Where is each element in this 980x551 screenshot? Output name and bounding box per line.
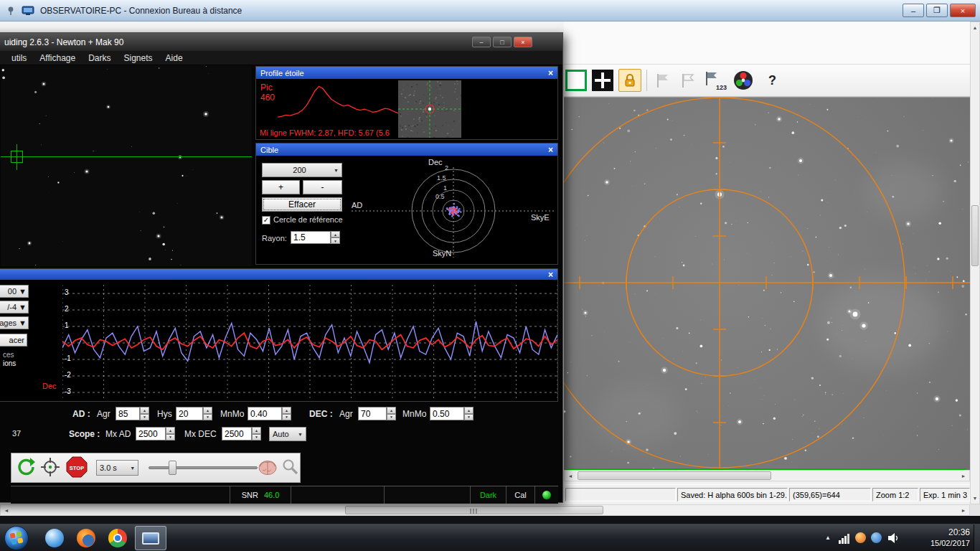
graph-link-a[interactable]: ces	[3, 351, 14, 359]
scroll-right-arrow[interactable]: ►	[958, 471, 969, 481]
hidden-icons-arrow[interactable]: ▲	[822, 532, 834, 544]
dec-minmove-input[interactable]	[430, 407, 464, 420]
flag-icon[interactable]	[652, 70, 672, 90]
menu-outils[interactable]: utils	[5, 53, 33, 63]
firefox-icon[interactable]	[72, 527, 100, 549]
stop-icon[interactable]: STOP	[66, 456, 88, 479]
radius-input[interactable]	[291, 231, 331, 244]
mxad-label: Mx AD	[105, 429, 131, 439]
target-scale-select[interactable]: 200▼	[262, 163, 342, 177]
graph-scale-select[interactable]: 00▼	[0, 285, 29, 298]
ring-label-05: 0.5	[435, 193, 445, 200]
star-profile-panel: Profile étoile × Pic 460 Mi ligne FWHM: …	[255, 66, 558, 140]
max-ad-spinner[interactable]: ▲▼	[166, 427, 175, 441]
notification-icon-orange[interactable]	[855, 532, 866, 543]
show-desktop-button[interactable]	[974, 524, 980, 551]
reference-circle-checkbox[interactable]: ✓	[262, 216, 270, 225]
rdp-scroll-up-arrow[interactable]: ▲	[971, 22, 979, 33]
signal-strength-icon[interactable]	[838, 532, 849, 544]
mnmo-label-ad: MnMo	[220, 409, 244, 419]
target-panel-title: Cible	[260, 146, 278, 154]
ad-minmove-spinner[interactable]: ▲▼	[282, 407, 291, 420]
globe-icon[interactable]	[40, 527, 69, 549]
graph-plot: 3 2 1 -1 -2 -3	[62, 285, 557, 401]
ad-label: AD :	[72, 409, 90, 419]
rdp-scroll-left-arrow[interactable]: ◄	[1, 505, 12, 515]
profile-close-icon[interactable]: ×	[548, 69, 553, 77]
menu-darks[interactable]: Darks	[82, 53, 117, 63]
rdp-scroll-down-arrow[interactable]: ▼	[971, 493, 979, 504]
phd-close-button[interactable]: ×	[514, 37, 532, 47]
scroll-left-arrow[interactable]: ◄	[565, 471, 576, 481]
clock[interactable]: 20:36 15/02/2017	[910, 527, 970, 548]
rdp-vscroll-thumb[interactable]	[971, 205, 979, 266]
stop-label: STOP	[70, 465, 84, 471]
zoom-out-button[interactable]: -	[303, 180, 342, 194]
rdp-scroll-right-arrow[interactable]: ►	[958, 505, 969, 515]
guide-target-icon[interactable]	[40, 457, 60, 479]
rdp-minimize-button[interactable]: –	[903, 4, 924, 17]
ad-aggression-spinner[interactable]: ▲▼	[140, 407, 149, 420]
ring-label-15: 1.5	[437, 174, 446, 182]
menu-affichage[interactable]: Affichage	[33, 53, 82, 63]
max-ad-input[interactable]	[136, 427, 166, 441]
status-saved-segment: Saved: H alpha 600s bin 1-29.	[677, 488, 788, 501]
fwhm-info: Mi ligne FWHM: 2.87, HFD: 5.67 (5.6	[260, 128, 390, 137]
max-dec-spinner[interactable]: ▲▼	[252, 427, 261, 441]
zoom-in-button[interactable]: +	[262, 180, 300, 194]
phd-minimize-button[interactable]: –	[472, 37, 491, 47]
chrome-icon[interactable]	[103, 527, 132, 549]
graph-length-select[interactable]: ages▼	[0, 316, 29, 329]
ad-minmove-input[interactable]	[248, 407, 282, 420]
target-plot	[346, 156, 559, 265]
loop-icon[interactable]	[16, 457, 36, 479]
target-close-icon[interactable]: ×	[548, 146, 553, 154]
axis-label-dec: Dec	[428, 158, 443, 166]
help-icon[interactable]: ?	[768, 73, 776, 88]
history-graph-panel: × 00▼ /-4▼ ages▼ acer ces ions Dec 3 2 1…	[0, 268, 558, 402]
green-frame-icon[interactable]	[565, 70, 587, 91]
start-button[interactable]	[4, 525, 29, 551]
color-wheel-icon[interactable]	[732, 69, 755, 92]
ad-aggression-input[interactable]	[116, 407, 140, 420]
brain-icon[interactable]	[257, 456, 278, 479]
hysteresis-input[interactable]	[176, 407, 203, 420]
rdp-restore-button[interactable]: ❐	[926, 4, 948, 17]
graph-clear-button[interactable]: acer	[0, 334, 27, 347]
dec-aggression-input[interactable]	[358, 407, 387, 420]
rdp-hscrollbar: ◄ ►	[0, 504, 970, 516]
toolbar-separator	[646, 70, 647, 91]
agr-label: Agr	[97, 409, 110, 419]
dec-mode-select[interactable]: Auto▼	[269, 427, 306, 441]
volume-icon[interactable]	[887, 532, 900, 545]
dec-aggression-spinner[interactable]: ▲▼	[387, 407, 396, 420]
camera-setup-icon[interactable]	[281, 458, 300, 478]
dec-minmove-spinner[interactable]: ▲▼	[464, 407, 473, 420]
phd-maximize-button[interactable]: □	[493, 37, 512, 47]
guide-camera-view[interactable]	[1, 65, 252, 266]
pushpin-icon[interactable]	[6, 6, 16, 16]
scrollbar-thumb[interactable]	[578, 471, 771, 480]
menu-aide[interactable]: Aide	[159, 53, 189, 63]
graph-close-icon[interactable]: ×	[548, 270, 553, 279]
graph-link-b[interactable]: ions	[3, 359, 16, 367]
image-view[interactable]	[564, 97, 970, 470]
menu-signets[interactable]: Signets	[118, 53, 159, 63]
flag-123-icon[interactable]: 123	[702, 70, 727, 91]
clear-target-button[interactable]: Effacer	[262, 197, 342, 212]
gain-slider[interactable]	[149, 457, 248, 479]
lock-icon[interactable]	[618, 69, 641, 92]
notification-icon-blue[interactable]	[871, 532, 882, 543]
flag-outline-icon[interactable]	[677, 70, 697, 90]
rdp-hscroll-thumb[interactable]	[345, 506, 603, 514]
max-dec-input[interactable]	[222, 427, 252, 441]
radius-spinner[interactable]: ▲▼	[331, 231, 340, 244]
remote-desktop-taskbar-icon[interactable]	[135, 526, 166, 550]
rdp-close-button[interactable]: ×	[950, 4, 976, 17]
exposure-select[interactable]: 3.0 s▼	[96, 460, 138, 476]
graph-range-select[interactable]: /-4▼	[0, 301, 29, 314]
crosshair-icon[interactable]	[592, 70, 613, 91]
hysteresis-spinner[interactable]: ▲▼	[203, 407, 212, 420]
slider-thumb[interactable]	[169, 461, 176, 475]
ytick-m1: -1	[65, 354, 71, 362]
